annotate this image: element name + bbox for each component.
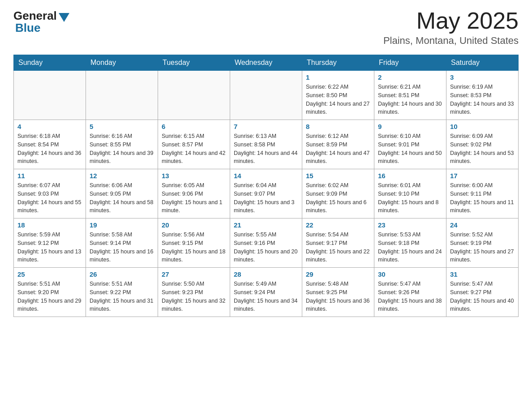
calendar-header-monday: Monday xyxy=(86,55,158,71)
day-number: 13 xyxy=(162,172,226,180)
calendar-cell xyxy=(230,71,302,120)
calendar-cell: 31Sunrise: 5:47 AMSunset: 9:27 PMDayligh… xyxy=(446,268,519,317)
day-number: 8 xyxy=(306,123,370,130)
week-row-1: 1Sunrise: 6:22 AMSunset: 8:50 PMDaylight… xyxy=(14,71,519,120)
day-info: Sunrise: 6:15 AMSunset: 8:57 PMDaylight:… xyxy=(162,132,226,166)
day-info: Sunrise: 5:52 AMSunset: 9:19 PMDaylight:… xyxy=(450,231,515,264)
day-number: 20 xyxy=(162,221,226,229)
calendar-cell: 23Sunrise: 5:53 AMSunset: 9:18 PMDayligh… xyxy=(374,218,446,268)
calendar-header-thursday: Thursday xyxy=(302,55,374,71)
calendar-cell: 3Sunrise: 6:19 AMSunset: 8:53 PMDaylight… xyxy=(446,71,519,120)
calendar-cell: 5Sunrise: 6:16 AMSunset: 8:55 PMDaylight… xyxy=(86,120,158,169)
logo: General Blue xyxy=(13,9,69,35)
calendar-cell: 16Sunrise: 6:01 AMSunset: 9:10 PMDayligh… xyxy=(374,169,446,218)
day-number: 4 xyxy=(17,123,82,130)
calendar-cell: 26Sunrise: 5:51 AMSunset: 9:22 PMDayligh… xyxy=(86,268,158,317)
calendar-header-sunday: Sunday xyxy=(14,55,86,71)
calendar-cell: 17Sunrise: 6:00 AMSunset: 9:11 PMDayligh… xyxy=(446,169,519,218)
logo-blue-text: Blue xyxy=(15,21,40,35)
day-info: Sunrise: 5:50 AMSunset: 9:23 PMDaylight:… xyxy=(162,280,226,313)
day-number: 21 xyxy=(234,221,298,229)
calendar-table: SundayMondayTuesdayWednesdayThursdayFrid… xyxy=(13,55,519,317)
day-info: Sunrise: 6:02 AMSunset: 9:09 PMDaylight:… xyxy=(306,181,370,215)
day-info: Sunrise: 6:21 AMSunset: 8:51 PMDaylight:… xyxy=(378,83,442,116)
day-number: 18 xyxy=(17,221,82,229)
day-info: Sunrise: 6:22 AMSunset: 8:50 PMDaylight:… xyxy=(306,83,370,116)
day-info: Sunrise: 6:06 AMSunset: 9:05 PMDaylight:… xyxy=(90,181,154,215)
day-number: 6 xyxy=(162,123,226,130)
day-number: 31 xyxy=(450,270,515,278)
calendar-header-tuesday: Tuesday xyxy=(158,55,230,71)
day-info: Sunrise: 6:12 AMSunset: 8:59 PMDaylight:… xyxy=(306,132,370,166)
day-number: 2 xyxy=(378,73,442,81)
day-number: 15 xyxy=(306,172,370,180)
calendar-cell xyxy=(86,71,158,120)
calendar-cell xyxy=(158,71,230,120)
calendar-cell: 8Sunrise: 6:12 AMSunset: 8:59 PMDaylight… xyxy=(302,120,374,169)
day-number: 22 xyxy=(306,221,370,229)
title-area: May 2025 Plains, Montana, United States xyxy=(383,9,519,47)
day-number: 1 xyxy=(306,73,370,81)
day-info: Sunrise: 5:51 AMSunset: 9:20 PMDaylight:… xyxy=(17,280,82,313)
calendar-cell: 21Sunrise: 5:55 AMSunset: 9:16 PMDayligh… xyxy=(230,218,302,268)
day-number: 19 xyxy=(90,221,154,229)
day-info: Sunrise: 6:19 AMSunset: 8:53 PMDaylight:… xyxy=(450,83,515,116)
day-number: 24 xyxy=(450,221,515,229)
day-info: Sunrise: 6:18 AMSunset: 8:54 PMDaylight:… xyxy=(17,132,82,166)
day-info: Sunrise: 5:59 AMSunset: 9:12 PMDaylight:… xyxy=(17,231,82,264)
day-number: 3 xyxy=(450,73,515,81)
day-number: 14 xyxy=(234,172,298,180)
calendar-cell xyxy=(14,71,86,120)
day-info: Sunrise: 5:47 AMSunset: 9:26 PMDaylight:… xyxy=(378,280,442,313)
logo-triangle-icon xyxy=(59,13,69,22)
day-info: Sunrise: 5:54 AMSunset: 9:17 PMDaylight:… xyxy=(306,231,370,264)
calendar-cell: 25Sunrise: 5:51 AMSunset: 9:20 PMDayligh… xyxy=(14,268,86,317)
page-header: General Blue May 2025 Plains, Montana, U… xyxy=(13,9,519,47)
calendar-cell: 4Sunrise: 6:18 AMSunset: 8:54 PMDaylight… xyxy=(14,120,86,169)
month-title: May 2025 xyxy=(383,9,519,32)
day-info: Sunrise: 5:53 AMSunset: 9:18 PMDaylight:… xyxy=(378,231,442,264)
calendar-cell: 19Sunrise: 5:58 AMSunset: 9:14 PMDayligh… xyxy=(86,218,158,268)
day-number: 7 xyxy=(234,123,298,130)
day-info: Sunrise: 6:10 AMSunset: 9:01 PMDaylight:… xyxy=(378,132,442,166)
day-info: Sunrise: 6:00 AMSunset: 9:11 PMDaylight:… xyxy=(450,181,515,215)
day-info: Sunrise: 5:47 AMSunset: 9:27 PMDaylight:… xyxy=(450,280,515,313)
calendar-cell: 14Sunrise: 6:04 AMSunset: 9:07 PMDayligh… xyxy=(230,169,302,218)
day-info: Sunrise: 6:16 AMSunset: 8:55 PMDaylight:… xyxy=(90,132,154,166)
calendar-cell: 2Sunrise: 6:21 AMSunset: 8:51 PMDaylight… xyxy=(374,71,446,120)
day-number: 17 xyxy=(450,172,515,180)
week-row-4: 18Sunrise: 5:59 AMSunset: 9:12 PMDayligh… xyxy=(14,218,519,268)
calendar-cell: 15Sunrise: 6:02 AMSunset: 9:09 PMDayligh… xyxy=(302,169,374,218)
day-number: 30 xyxy=(378,270,442,278)
day-number: 25 xyxy=(17,270,82,278)
day-number: 29 xyxy=(306,270,370,278)
calendar-header-saturday: Saturday xyxy=(446,55,519,71)
day-info: Sunrise: 6:05 AMSunset: 9:06 PMDaylight:… xyxy=(162,181,226,215)
day-info: Sunrise: 6:04 AMSunset: 9:07 PMDaylight:… xyxy=(234,181,298,215)
calendar-cell: 7Sunrise: 6:13 AMSunset: 8:58 PMDaylight… xyxy=(230,120,302,169)
calendar-cell: 9Sunrise: 6:10 AMSunset: 9:01 PMDaylight… xyxy=(374,120,446,169)
day-info: Sunrise: 5:55 AMSunset: 9:16 PMDaylight:… xyxy=(234,231,298,264)
location-title: Plains, Montana, United States xyxy=(383,35,519,47)
day-info: Sunrise: 5:58 AMSunset: 9:14 PMDaylight:… xyxy=(90,231,154,264)
calendar-cell: 18Sunrise: 5:59 AMSunset: 9:12 PMDayligh… xyxy=(14,218,86,268)
calendar-cell: 10Sunrise: 6:09 AMSunset: 9:02 PMDayligh… xyxy=(446,120,519,169)
day-number: 5 xyxy=(90,123,154,130)
day-number: 9 xyxy=(378,123,442,130)
day-info: Sunrise: 6:07 AMSunset: 9:03 PMDaylight:… xyxy=(17,181,82,215)
calendar-cell: 29Sunrise: 5:48 AMSunset: 9:25 PMDayligh… xyxy=(302,268,374,317)
calendar-cell: 30Sunrise: 5:47 AMSunset: 9:26 PMDayligh… xyxy=(374,268,446,317)
week-row-5: 25Sunrise: 5:51 AMSunset: 9:20 PMDayligh… xyxy=(14,268,519,317)
calendar-cell: 13Sunrise: 6:05 AMSunset: 9:06 PMDayligh… xyxy=(158,169,230,218)
day-info: Sunrise: 6:13 AMSunset: 8:58 PMDaylight:… xyxy=(234,132,298,166)
calendar-cell: 22Sunrise: 5:54 AMSunset: 9:17 PMDayligh… xyxy=(302,218,374,268)
calendar-cell: 12Sunrise: 6:06 AMSunset: 9:05 PMDayligh… xyxy=(86,169,158,218)
week-row-3: 11Sunrise: 6:07 AMSunset: 9:03 PMDayligh… xyxy=(14,169,519,218)
day-number: 28 xyxy=(234,270,298,278)
calendar-cell: 6Sunrise: 6:15 AMSunset: 8:57 PMDaylight… xyxy=(158,120,230,169)
calendar-cell: 27Sunrise: 5:50 AMSunset: 9:23 PMDayligh… xyxy=(158,268,230,317)
calendar-header-wednesday: Wednesday xyxy=(230,55,302,71)
calendar-cell: 24Sunrise: 5:52 AMSunset: 9:19 PMDayligh… xyxy=(446,218,519,268)
calendar-cell: 28Sunrise: 5:49 AMSunset: 9:24 PMDayligh… xyxy=(230,268,302,317)
week-row-2: 4Sunrise: 6:18 AMSunset: 8:54 PMDaylight… xyxy=(14,120,519,169)
